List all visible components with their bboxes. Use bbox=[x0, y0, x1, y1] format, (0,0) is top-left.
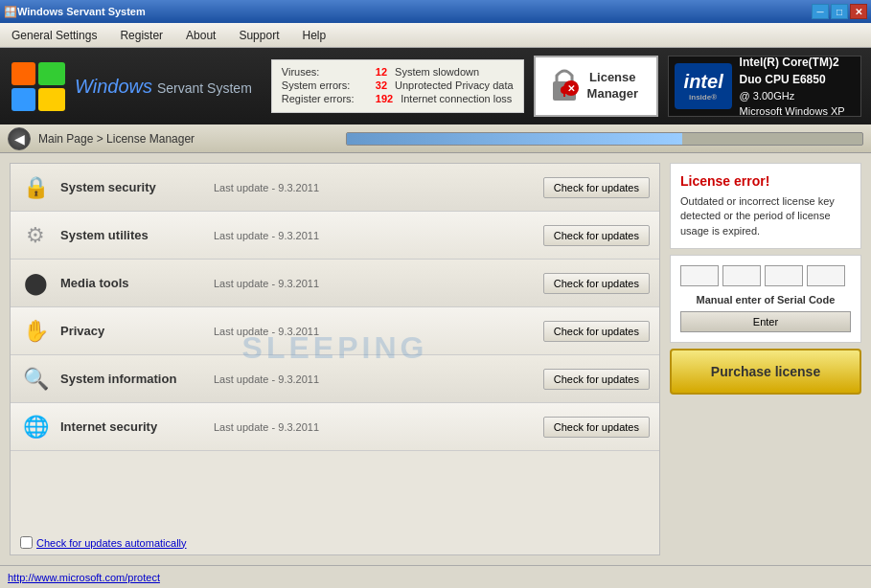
privacy-update-btn[interactable]: Check for updates bbox=[543, 321, 650, 342]
internet-security-name: Internet security bbox=[60, 419, 214, 434]
stat-system-errors: System errors: 32 Unprotected Privacy da… bbox=[282, 79, 514, 91]
serial-code-label: Manual enter of Serial Code bbox=[680, 294, 851, 305]
status-link[interactable]: http://www.microsoft.com/protect bbox=[8, 572, 160, 583]
system-information-date: Last update - 9.3.2011 bbox=[214, 373, 543, 385]
system-information-update-btn[interactable]: Check for updates bbox=[543, 369, 650, 390]
list-item: 🔒 System security Last update - 9.3.2011… bbox=[11, 164, 659, 212]
back-button[interactable]: ◀ bbox=[8, 127, 31, 150]
system-security-name: System security bbox=[60, 180, 214, 194]
svg-rect-3 bbox=[38, 88, 65, 111]
auto-update-label[interactable]: Check for updates automatically bbox=[36, 537, 187, 549]
progress-bar bbox=[346, 132, 863, 146]
items-list: SLEEPING 🔒 System security Last update -… bbox=[11, 164, 659, 531]
svg-text:✕: ✕ bbox=[567, 83, 575, 94]
title-bar-title: Windows Servant System bbox=[17, 6, 146, 17]
status-bar: http://www.microsoft.com/protect bbox=[0, 565, 871, 588]
serial-input-1[interactable] bbox=[680, 265, 719, 286]
left-panel: SLEEPING 🔒 System security Last update -… bbox=[10, 163, 660, 555]
maximize-button[interactable]: □ bbox=[831, 4, 848, 19]
license-error-box: License error! Outdated or incorrect lic… bbox=[670, 163, 861, 249]
cpu-info-box: intel inside® Intel(R) Core(TM)2 Duo CPU… bbox=[668, 56, 861, 117]
cpu-speed-text: @ 3.00GHz bbox=[740, 88, 855, 104]
system-utilites-icon: ⚙ bbox=[20, 220, 51, 251]
close-button[interactable]: ✕ bbox=[850, 4, 867, 19]
title-bar-controls: ─ □ ✕ bbox=[812, 4, 867, 19]
license-error-text: Outdated or incorrect license key detect… bbox=[680, 194, 851, 238]
header: Windows Servant System Viruses: 12 Syste… bbox=[0, 48, 871, 124]
license-manager-label: LicenseManager bbox=[587, 70, 638, 102]
breadcrumb: Main Page > License Manager bbox=[38, 132, 195, 146]
stat-viruses: Viruses: 12 System slowdown bbox=[282, 66, 514, 78]
system-security-date: Last update - 9.3.2011 bbox=[214, 182, 543, 193]
system-utilites-update-btn[interactable]: Check for updates bbox=[543, 225, 650, 246]
media-tools-date: Last update - 9.3.2011 bbox=[214, 278, 543, 289]
menu-support[interactable]: Support bbox=[227, 25, 290, 46]
progress-fill bbox=[347, 133, 682, 145]
intel-inside-text: inside® bbox=[684, 93, 722, 102]
privacy-date: Last update - 9.3.2011 bbox=[214, 326, 543, 337]
viruses-value: 12 bbox=[376, 66, 387, 78]
register-errors-value: 192 bbox=[376, 93, 393, 104]
list-item: ⚙ System utilites Last update - 9.3.2011… bbox=[11, 212, 659, 260]
privacy-name: Privacy bbox=[60, 324, 214, 338]
system-utilites-name: System utilites bbox=[60, 228, 214, 242]
svg-rect-2 bbox=[11, 88, 35, 111]
system-security-update-btn[interactable]: Check for updates bbox=[543, 177, 650, 198]
serial-code-box: Manual enter of Serial Code Enter bbox=[670, 255, 861, 343]
menu-bar: General Settings Register About Support … bbox=[0, 23, 871, 48]
windows-logo bbox=[10, 60, 67, 113]
serial-enter-button[interactable]: Enter bbox=[680, 311, 851, 332]
viruses-label: Viruses: bbox=[282, 66, 368, 78]
serial-input-4[interactable] bbox=[807, 265, 845, 286]
title-bar-icon: 🪟 bbox=[4, 6, 17, 18]
checkbox-area: Check for updates automatically bbox=[11, 531, 659, 554]
menu-register[interactable]: Register bbox=[108, 25, 174, 46]
minimize-button[interactable]: ─ bbox=[812, 4, 829, 19]
right-panel: License error! Outdated or incorrect lic… bbox=[670, 163, 861, 555]
title-bar: 🪟 Windows Servant System ─ □ ✕ bbox=[0, 0, 871, 23]
cpu-os-text: Microsoft Windows XP bbox=[740, 103, 855, 120]
stat-register-errors: Register errors: 192 Internet connection… bbox=[282, 93, 514, 104]
viruses-desc: System slowdown bbox=[395, 66, 479, 78]
list-item: 🔍 System information Last update - 9.3.2… bbox=[11, 355, 659, 403]
cpu-model-text: Intel(R) Core(TM)2 Duo CPU E6850 bbox=[740, 54, 855, 88]
menu-general-settings[interactable]: General Settings bbox=[0, 25, 108, 46]
nav-bar: ◀ Main Page > License Manager bbox=[0, 124, 871, 153]
system-information-name: System information bbox=[60, 372, 214, 386]
register-errors-desc: Internet connection loss bbox=[401, 93, 512, 104]
menu-about[interactable]: About bbox=[174, 25, 227, 46]
system-errors-desc: Unprotected Privacy data bbox=[395, 79, 514, 91]
auto-update-checkbox[interactable] bbox=[20, 536, 33, 549]
list-item: ✋ Privacy Last update - 9.3.2011 Check f… bbox=[11, 307, 659, 355]
svg-rect-0 bbox=[11, 62, 35, 85]
intel-badge: intel inside® bbox=[675, 63, 732, 109]
internet-security-icon: 🌐 bbox=[20, 412, 51, 442]
list-item: 🌐 Internet security Last update - 9.3.20… bbox=[11, 403, 659, 451]
windows-name: Windows Servant System bbox=[75, 76, 252, 98]
serial-input-2[interactable] bbox=[722, 265, 761, 286]
register-errors-label: Register errors: bbox=[282, 93, 368, 104]
list-item: ⬤ Media tools Last update - 9.3.2011 Che… bbox=[11, 260, 659, 307]
svg-rect-1 bbox=[38, 62, 65, 85]
system-security-icon: 🔒 bbox=[20, 172, 51, 203]
license-error-title: License error! bbox=[680, 173, 851, 189]
serial-input-3[interactable] bbox=[765, 265, 803, 286]
license-error-icon: ✕ bbox=[547, 64, 582, 109]
logo-text: Windows Servant System bbox=[75, 76, 252, 98]
internet-security-date: Last update - 9.3.2011 bbox=[214, 421, 543, 433]
media-tools-name: Media tools bbox=[60, 276, 214, 290]
system-utilites-date: Last update - 9.3.2011 bbox=[214, 230, 543, 241]
cpu-details: Intel(R) Core(TM)2 Duo CPU E6850 @ 3.00G… bbox=[740, 54, 855, 120]
menu-help[interactable]: Help bbox=[290, 25, 337, 46]
privacy-icon: ✋ bbox=[20, 316, 51, 347]
system-errors-value: 32 bbox=[376, 79, 387, 91]
internet-security-update-btn[interactable]: Check for updates bbox=[543, 417, 650, 438]
serial-inputs bbox=[680, 265, 851, 286]
purchase-license-button[interactable]: Purchase license bbox=[670, 349, 861, 395]
system-errors-label: System errors: bbox=[282, 79, 368, 91]
media-tools-icon: ⬤ bbox=[20, 268, 51, 299]
media-tools-update-btn[interactable]: Check for updates bbox=[543, 273, 650, 294]
main-content: SLEEPING 🔒 System security Last update -… bbox=[0, 153, 871, 565]
header-stats: Viruses: 12 System slowdown System error… bbox=[271, 59, 524, 113]
intel-logo-text: intel bbox=[684, 71, 723, 92]
